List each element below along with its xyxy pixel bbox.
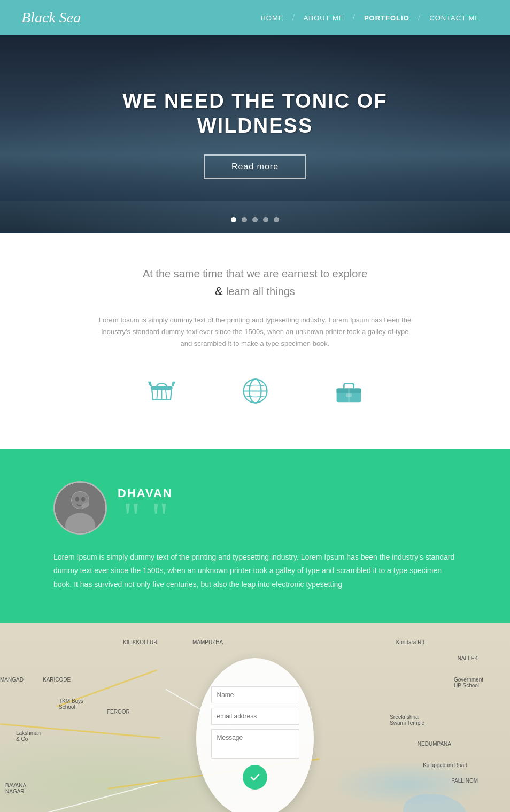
map-label-13: Kulappadam Road xyxy=(423,762,467,768)
map-label-4: NALLEK xyxy=(458,655,478,661)
svg-point-16 xyxy=(81,497,86,502)
map-label-6: KARICODE xyxy=(43,677,71,683)
svg-line-1 xyxy=(157,390,158,399)
svg-point-15 xyxy=(75,497,80,502)
testimonial-profile: DHAVAN " " xyxy=(53,481,457,535)
map-label-3: Kundara Rd xyxy=(396,639,424,645)
hero-dots xyxy=(231,217,279,222)
nav-portfolio[interactable]: PORTFOLIO xyxy=(356,14,418,22)
intro-section: At the same time that we are earnest to … xyxy=(0,233,510,449)
map-label-2: MAMPUZHA xyxy=(192,639,223,645)
navbar: Black Sea HOME / ABOUT ME / PORTFOLIO / … xyxy=(0,0,510,35)
dot-5[interactable] xyxy=(274,217,279,222)
map-label-12: Lakshman& Co xyxy=(16,730,41,742)
learn-all-things: learn all things xyxy=(226,285,295,297)
nav-home[interactable]: HOME xyxy=(252,14,292,22)
nav-links: HOME / ABOUT ME / PORTFOLIO / CONTACT ME xyxy=(252,13,489,22)
name-input[interactable] xyxy=(211,686,299,703)
avatar-image xyxy=(55,483,105,533)
intro-description: Lorem Ipsum is simply dummy text of the … xyxy=(95,314,415,350)
map-label-10: SreekrishnaSwami Temple xyxy=(390,714,424,726)
hero-content: WE NEED THE TONIC OF WILDNESS Read more xyxy=(122,89,387,179)
ampersand: & xyxy=(215,284,226,298)
submit-button[interactable] xyxy=(243,765,267,790)
map-label-15: PALLINOM xyxy=(451,778,478,784)
testimonial-header: DHAVAN " " xyxy=(118,481,173,535)
dot-1[interactable] xyxy=(231,217,236,222)
svg-rect-10 xyxy=(346,394,352,397)
map-label-7: MANGAD xyxy=(0,677,24,683)
contact-section: KILIKKOLLUR MAMPUZHA Kundara Rd NALLEK G… xyxy=(0,623,510,812)
map-label-11: NEDUMPANA xyxy=(418,741,451,747)
message-input[interactable] xyxy=(211,729,299,759)
globe-icon xyxy=(241,376,270,412)
nav-contact[interactable]: CONTACT ME xyxy=(421,14,489,22)
intro-tagline-2: & learn all things xyxy=(21,284,489,298)
contact-form xyxy=(196,658,314,812)
hero-title: WE NEED THE TONIC OF WILDNESS xyxy=(122,89,387,138)
quote-mark: " " xyxy=(123,500,173,535)
briefcase-icon xyxy=(334,376,364,412)
hero-cta-button[interactable]: Read more xyxy=(204,154,306,179)
testimonial-text: Lorem Ipsum is simply dummy text of the … xyxy=(53,551,457,591)
map-label-8: TKM BoysSchool xyxy=(59,698,83,710)
nav-about[interactable]: ABOUT ME xyxy=(295,14,353,22)
svg-line-3 xyxy=(165,390,166,399)
checkmark-icon xyxy=(249,771,261,783)
avatar xyxy=(53,481,107,535)
feature-icons-row xyxy=(21,376,489,422)
map-label-1: KILIKKOLLUR xyxy=(123,639,157,645)
basket-icon xyxy=(147,376,176,412)
intro-tagline-1: At the same time that we are earnest to … xyxy=(21,265,489,282)
dot-3[interactable] xyxy=(252,217,258,222)
dot-4[interactable] xyxy=(263,217,268,222)
dot-2[interactable] xyxy=(242,217,247,222)
email-input[interactable] xyxy=(211,708,299,725)
testimonial-section: DHAVAN " " Lorem Ipsum is simply dummy t… xyxy=(0,449,510,623)
map-label-5: GovernmentUP School xyxy=(454,677,483,689)
map-label-14: BAVANANAGAR xyxy=(5,783,26,794)
map-label-9: FEROOR xyxy=(107,709,130,715)
hero-section: WE NEED THE TONIC OF WILDNESS Read more xyxy=(0,35,510,233)
brand-logo[interactable]: Black Sea xyxy=(21,9,81,26)
